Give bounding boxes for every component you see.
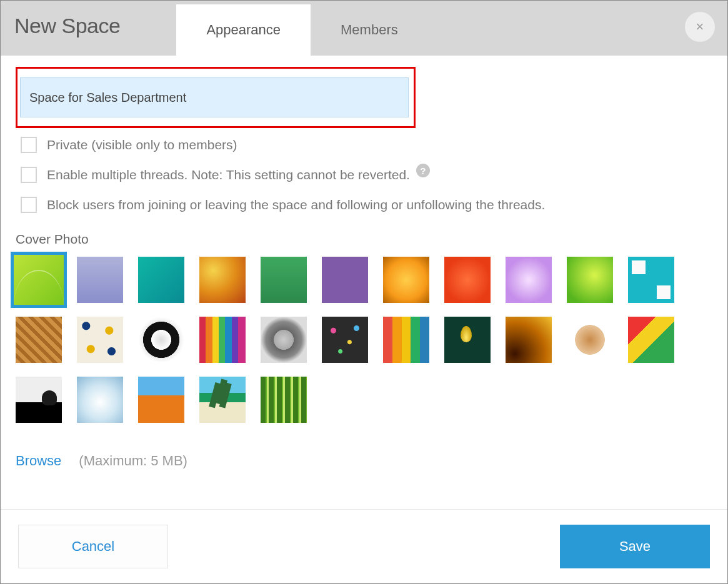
cover-thumb-lilac-flower[interactable] — [506, 257, 552, 303]
cover-thumb-green-leaf[interactable] — [567, 257, 613, 303]
threads-checkbox[interactable] — [21, 167, 37, 183]
cover-thumb-green-flat[interactable] — [261, 257, 307, 303]
space-name-highlight — [16, 67, 416, 128]
option-block-row: Block users from joining or leaving the … — [21, 197, 712, 213]
cover-thumb-grid — [16, 257, 691, 423]
tab-members[interactable]: Members — [311, 4, 428, 56]
threads-label: Enable multiple threads. Note: This sett… — [47, 167, 410, 182]
close-icon: × — [696, 19, 704, 35]
cover-thumb-purple-flat[interactable] — [322, 257, 368, 303]
space-name-input[interactable] — [20, 77, 409, 117]
cover-thumb-metal-gear[interactable] — [261, 317, 307, 363]
cover-thumb-lightbulb-idea[interactable] — [444, 317, 491, 363]
dialog-body[interactable]: Private (visible only to members) Enable… — [1, 56, 727, 509]
cover-thumb-winter-tree[interactable] — [77, 377, 123, 423]
cover-thumb-smiley-pencils[interactable] — [383, 317, 429, 363]
cover-thumb-colored-pencils-flat[interactable] — [199, 317, 246, 363]
private-checkbox[interactable] — [21, 137, 37, 153]
cover-thumb-bamboo[interactable] — [261, 377, 307, 423]
private-label: Private (visible only to members) — [47, 137, 237, 152]
save-button[interactable]: Save — [560, 525, 710, 568]
option-private-row: Private (visible only to members) — [21, 137, 712, 153]
cover-thumb-tropical-beach[interactable] — [199, 377, 246, 423]
browse-link[interactable]: Browse — [16, 453, 61, 469]
block-label: Block users from joining or leaving the … — [47, 197, 545, 212]
tab-bar: Appearance Members — [176, 4, 427, 56]
cancel-button[interactable]: Cancel — [18, 525, 168, 568]
cover-thumb-teal-water[interactable] — [138, 257, 184, 303]
cover-thumb-latte-art[interactable] — [567, 317, 613, 363]
tab-appearance[interactable]: Appearance — [176, 4, 311, 56]
cover-thumb-cyan-cubes[interactable] — [628, 257, 674, 303]
cover-thumb-chalkboard-doodles[interactable] — [322, 317, 368, 363]
dialog-title: New Space — [14, 14, 120, 38]
cover-thumb-purple-gradient[interactable] — [77, 257, 123, 303]
cover-thumb-compass[interactable] — [138, 317, 184, 363]
close-button[interactable]: × — [685, 12, 715, 42]
dialog-footer: Cancel Save — [1, 509, 727, 583]
cover-photo-title: Cover Photo — [16, 232, 712, 247]
cover-thumb-vegetables[interactable] — [628, 317, 674, 363]
help-icon[interactable]: ? — [416, 164, 430, 177]
cover-thumb-pumpkins[interactable] — [138, 377, 184, 423]
cover-thumb-red-carnation[interactable] — [444, 257, 491, 303]
cover-thumb-moroccan-tile[interactable] — [77, 317, 123, 363]
browse-note: (Maximum: 5 MB) — [79, 453, 187, 469]
cover-thumb-wood-parquet[interactable] — [16, 317, 62, 363]
cover-thumb-lime-curve[interactable] — [14, 255, 64, 305]
cover-thumb-orange-grunge[interactable] — [199, 257, 246, 303]
option-threads-row: Enable multiple threads. Note: This sett… — [21, 167, 712, 183]
block-checkbox[interactable] — [21, 197, 37, 213]
new-space-dialog: New Space Appearance Members × Private (… — [0, 0, 728, 584]
browse-row: Browse (Maximum: 5 MB) — [16, 453, 712, 469]
appearance-panel: Private (visible only to members) Enable… — [1, 56, 727, 494]
cover-thumb-orange-flower[interactable] — [383, 257, 429, 303]
cover-thumb-dark-amber[interactable] — [506, 317, 552, 363]
cover-thumb-french-bulldog[interactable] — [16, 377, 62, 423]
dialog-header: New Space Appearance Members × — [1, 1, 727, 56]
